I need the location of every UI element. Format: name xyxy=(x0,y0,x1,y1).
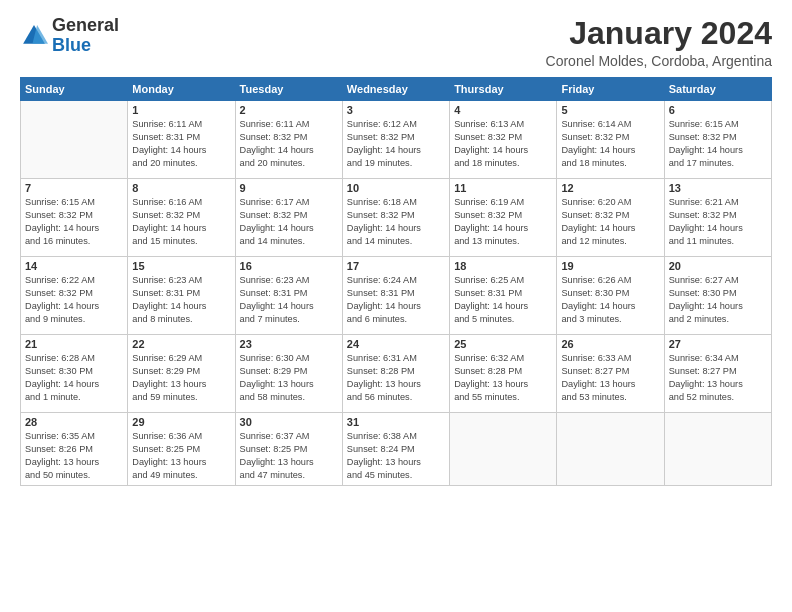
calendar-cell xyxy=(450,413,557,486)
calendar-cell: 6Sunrise: 6:15 AM Sunset: 8:32 PM Daylig… xyxy=(664,101,771,179)
day-number: 31 xyxy=(347,416,445,428)
month-title: January 2024 xyxy=(546,16,772,51)
calendar-cell: 26Sunrise: 6:33 AM Sunset: 8:27 PM Dayli… xyxy=(557,335,664,413)
day-number: 12 xyxy=(561,182,659,194)
day-info: Sunrise: 6:33 AM Sunset: 8:27 PM Dayligh… xyxy=(561,352,659,404)
header: General Blue January 2024 Coronel Moldes… xyxy=(20,16,772,69)
day-info: Sunrise: 6:15 AM Sunset: 8:32 PM Dayligh… xyxy=(669,118,767,170)
calendar-cell: 14Sunrise: 6:22 AM Sunset: 8:32 PM Dayli… xyxy=(21,257,128,335)
day-header-sunday: Sunday xyxy=(21,78,128,101)
day-number: 1 xyxy=(132,104,230,116)
day-number: 26 xyxy=(561,338,659,350)
day-header-thursday: Thursday xyxy=(450,78,557,101)
day-number: 9 xyxy=(240,182,338,194)
day-info: Sunrise: 6:34 AM Sunset: 8:27 PM Dayligh… xyxy=(669,352,767,404)
calendar-week-4: 21Sunrise: 6:28 AM Sunset: 8:30 PM Dayli… xyxy=(21,335,772,413)
calendar-cell: 24Sunrise: 6:31 AM Sunset: 8:28 PM Dayli… xyxy=(342,335,449,413)
day-info: Sunrise: 6:23 AM Sunset: 8:31 PM Dayligh… xyxy=(240,274,338,326)
day-info: Sunrise: 6:19 AM Sunset: 8:32 PM Dayligh… xyxy=(454,196,552,248)
day-info: Sunrise: 6:13 AM Sunset: 8:32 PM Dayligh… xyxy=(454,118,552,170)
day-number: 10 xyxy=(347,182,445,194)
day-info: Sunrise: 6:14 AM Sunset: 8:32 PM Dayligh… xyxy=(561,118,659,170)
calendar-cell: 5Sunrise: 6:14 AM Sunset: 8:32 PM Daylig… xyxy=(557,101,664,179)
calendar-cell: 19Sunrise: 6:26 AM Sunset: 8:30 PM Dayli… xyxy=(557,257,664,335)
calendar-week-1: 1Sunrise: 6:11 AM Sunset: 8:31 PM Daylig… xyxy=(21,101,772,179)
calendar-cell: 21Sunrise: 6:28 AM Sunset: 8:30 PM Dayli… xyxy=(21,335,128,413)
calendar-cell: 18Sunrise: 6:25 AM Sunset: 8:31 PM Dayli… xyxy=(450,257,557,335)
day-info: Sunrise: 6:31 AM Sunset: 8:28 PM Dayligh… xyxy=(347,352,445,404)
day-info: Sunrise: 6:24 AM Sunset: 8:31 PM Dayligh… xyxy=(347,274,445,326)
calendar-cell: 10Sunrise: 6:18 AM Sunset: 8:32 PM Dayli… xyxy=(342,179,449,257)
calendar-cell: 11Sunrise: 6:19 AM Sunset: 8:32 PM Dayli… xyxy=(450,179,557,257)
logo-icon xyxy=(20,22,48,50)
day-info: Sunrise: 6:36 AM Sunset: 8:25 PM Dayligh… xyxy=(132,430,230,482)
day-number: 5 xyxy=(561,104,659,116)
day-info: Sunrise: 6:35 AM Sunset: 8:26 PM Dayligh… xyxy=(25,430,123,482)
calendar-cell: 23Sunrise: 6:30 AM Sunset: 8:29 PM Dayli… xyxy=(235,335,342,413)
logo-text: General Blue xyxy=(52,16,119,56)
calendar-cell: 3Sunrise: 6:12 AM Sunset: 8:32 PM Daylig… xyxy=(342,101,449,179)
calendar-cell: 27Sunrise: 6:34 AM Sunset: 8:27 PM Dayli… xyxy=(664,335,771,413)
day-number: 13 xyxy=(669,182,767,194)
calendar-cell: 20Sunrise: 6:27 AM Sunset: 8:30 PM Dayli… xyxy=(664,257,771,335)
day-info: Sunrise: 6:15 AM Sunset: 8:32 PM Dayligh… xyxy=(25,196,123,248)
day-info: Sunrise: 6:37 AM Sunset: 8:25 PM Dayligh… xyxy=(240,430,338,482)
calendar-cell: 17Sunrise: 6:24 AM Sunset: 8:31 PM Dayli… xyxy=(342,257,449,335)
calendar-cell xyxy=(557,413,664,486)
day-number: 14 xyxy=(25,260,123,272)
day-info: Sunrise: 6:26 AM Sunset: 8:30 PM Dayligh… xyxy=(561,274,659,326)
day-number: 25 xyxy=(454,338,552,350)
calendar-cell: 15Sunrise: 6:23 AM Sunset: 8:31 PM Dayli… xyxy=(128,257,235,335)
day-info: Sunrise: 6:25 AM Sunset: 8:31 PM Dayligh… xyxy=(454,274,552,326)
calendar-cell: 30Sunrise: 6:37 AM Sunset: 8:25 PM Dayli… xyxy=(235,413,342,486)
day-number: 23 xyxy=(240,338,338,350)
day-header-wednesday: Wednesday xyxy=(342,78,449,101)
day-info: Sunrise: 6:21 AM Sunset: 8:32 PM Dayligh… xyxy=(669,196,767,248)
day-number: 4 xyxy=(454,104,552,116)
day-info: Sunrise: 6:29 AM Sunset: 8:29 PM Dayligh… xyxy=(132,352,230,404)
calendar-cell: 13Sunrise: 6:21 AM Sunset: 8:32 PM Dayli… xyxy=(664,179,771,257)
calendar-cell: 9Sunrise: 6:17 AM Sunset: 8:32 PM Daylig… xyxy=(235,179,342,257)
day-number: 29 xyxy=(132,416,230,428)
day-header-monday: Monday xyxy=(128,78,235,101)
calendar-cell xyxy=(664,413,771,486)
day-info: Sunrise: 6:23 AM Sunset: 8:31 PM Dayligh… xyxy=(132,274,230,326)
day-number: 27 xyxy=(669,338,767,350)
day-number: 30 xyxy=(240,416,338,428)
calendar-cell: 1Sunrise: 6:11 AM Sunset: 8:31 PM Daylig… xyxy=(128,101,235,179)
calendar-cell: 25Sunrise: 6:32 AM Sunset: 8:28 PM Dayli… xyxy=(450,335,557,413)
calendar-cell: 4Sunrise: 6:13 AM Sunset: 8:32 PM Daylig… xyxy=(450,101,557,179)
day-number: 16 xyxy=(240,260,338,272)
day-number: 11 xyxy=(454,182,552,194)
calendar-cell: 28Sunrise: 6:35 AM Sunset: 8:26 PM Dayli… xyxy=(21,413,128,486)
day-info: Sunrise: 6:11 AM Sunset: 8:32 PM Dayligh… xyxy=(240,118,338,170)
day-info: Sunrise: 6:28 AM Sunset: 8:30 PM Dayligh… xyxy=(25,352,123,404)
day-info: Sunrise: 6:17 AM Sunset: 8:32 PM Dayligh… xyxy=(240,196,338,248)
day-number: 17 xyxy=(347,260,445,272)
day-number: 18 xyxy=(454,260,552,272)
day-number: 7 xyxy=(25,182,123,194)
day-header-saturday: Saturday xyxy=(664,78,771,101)
day-header-friday: Friday xyxy=(557,78,664,101)
day-number: 24 xyxy=(347,338,445,350)
day-info: Sunrise: 6:30 AM Sunset: 8:29 PM Dayligh… xyxy=(240,352,338,404)
day-number: 21 xyxy=(25,338,123,350)
day-number: 6 xyxy=(669,104,767,116)
calendar-cell: 31Sunrise: 6:38 AM Sunset: 8:24 PM Dayli… xyxy=(342,413,449,486)
calendar-cell: 22Sunrise: 6:29 AM Sunset: 8:29 PM Dayli… xyxy=(128,335,235,413)
day-info: Sunrise: 6:38 AM Sunset: 8:24 PM Dayligh… xyxy=(347,430,445,482)
day-number: 15 xyxy=(132,260,230,272)
day-info: Sunrise: 6:22 AM Sunset: 8:32 PM Dayligh… xyxy=(25,274,123,326)
day-info: Sunrise: 6:20 AM Sunset: 8:32 PM Dayligh… xyxy=(561,196,659,248)
day-number: 8 xyxy=(132,182,230,194)
calendar-week-3: 14Sunrise: 6:22 AM Sunset: 8:32 PM Dayli… xyxy=(21,257,772,335)
title-block: January 2024 Coronel Moldes, Cordoba, Ar… xyxy=(546,16,772,69)
logo: General Blue xyxy=(20,16,119,56)
calendar-week-5: 28Sunrise: 6:35 AM Sunset: 8:26 PM Dayli… xyxy=(21,413,772,486)
calendar-cell: 16Sunrise: 6:23 AM Sunset: 8:31 PM Dayli… xyxy=(235,257,342,335)
day-info: Sunrise: 6:27 AM Sunset: 8:30 PM Dayligh… xyxy=(669,274,767,326)
calendar-cell: 2Sunrise: 6:11 AM Sunset: 8:32 PM Daylig… xyxy=(235,101,342,179)
calendar-cell xyxy=(21,101,128,179)
calendar-cell: 8Sunrise: 6:16 AM Sunset: 8:32 PM Daylig… xyxy=(128,179,235,257)
calendar-cell: 12Sunrise: 6:20 AM Sunset: 8:32 PM Dayli… xyxy=(557,179,664,257)
